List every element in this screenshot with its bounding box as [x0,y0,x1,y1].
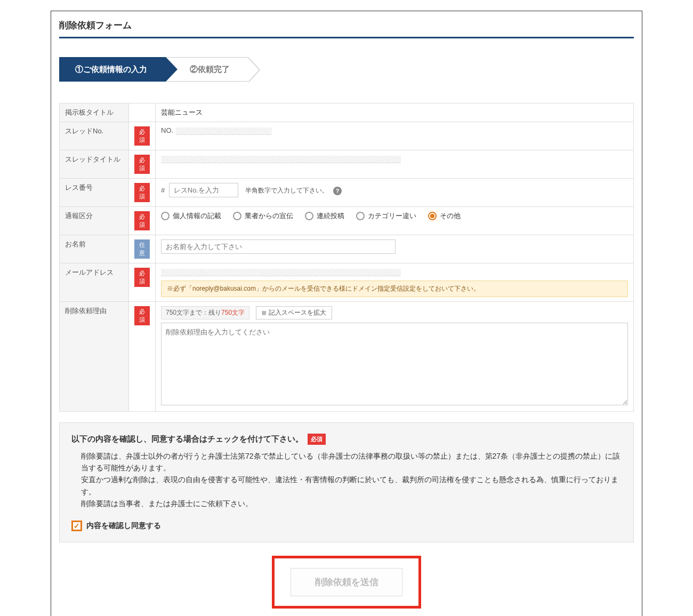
step-2-inactive: ②依頼完了 [166,57,248,82]
hash-prefix: # [161,186,165,194]
consent-check-text: 内容を確認し同意する [86,521,161,531]
required-badge: 必須 [134,211,150,230]
thread-title-label: スレッドタイトル [60,150,129,179]
res-no-label: レス番号 [60,179,129,207]
board-title-badge-cell [129,103,156,122]
required-badge: 必須 [134,183,150,202]
board-title-label: 掲示板タイトル [60,103,129,122]
step-indicator: ①ご依頼情報の入力 ②依頼完了 [59,57,634,82]
radio-label: 個人情報の記載 [173,211,221,221]
radio-label: その他 [440,211,461,221]
expand-textarea-button[interactable]: ⊞ 記入スペースを拡大 [256,306,332,319]
radio-icon [305,212,313,220]
expand-icon: ⊞ [262,310,266,316]
report-type-radio-group: 個人情報の記載業者からの宣伝連続投稿カテゴリー違いその他 [161,211,628,221]
res-no-hint: 半角数字で入力して下さい。 [245,187,328,194]
email-label: メールアドレス [60,263,129,302]
radio-label: カテゴリー違い [368,211,416,221]
name-input[interactable] [161,239,396,254]
consent-heading: 以下の内容を確認し、同意する場合はチェックを付けて下さい。 必須 [71,434,622,445]
consent-text: 削除要請は、弁護士以外の者が行うと弁護士法第72条で禁止している（非弁護士の法律… [71,450,622,510]
required-badge: 必須 [308,434,326,445]
required-badge: 必須 [134,126,150,146]
report-type-option[interactable]: その他 [428,211,461,221]
radio-label: 連続投稿 [317,211,344,221]
consent-checkbox-label[interactable]: 内容を確認し同意する [71,521,622,531]
report-type-option[interactable]: カテゴリー違い [356,211,416,221]
res-no-input[interactable] [169,183,238,197]
submit-area: 削除依頼を送信 [59,556,634,609]
radio-icon [356,212,365,220]
char-counter: 750文字まで：残り750文字 [161,306,249,319]
thread-no-value: NO. [156,122,634,150]
radio-label: 業者からの宣伝 [245,211,293,221]
page-title: 削除依頼フォーム [59,19,634,38]
help-icon[interactable]: ? [333,187,342,195]
optional-badge: 任意 [134,239,150,259]
reason-textarea[interactable] [161,323,628,405]
required-badge: 必須 [134,155,150,174]
name-label: お名前 [60,235,129,263]
submit-button[interactable]: 削除依頼を送信 [291,568,402,596]
thread-no-label: スレッドNo. [60,122,129,150]
no-prefix: NO. [161,126,173,134]
thread-title-redacted [161,156,401,163]
step-1-active: ①ご依頼情報の入力 [59,57,166,82]
form-container: 削除依頼フォーム ①ご依頼情報の入力 ②依頼完了 掲示板タイトル 芸能ニュース … [51,11,642,616]
thread-no-redacted [176,127,272,135]
radio-icon [428,212,437,220]
radio-icon [233,212,241,220]
form-table: 掲示板タイトル 芸能ニュース スレッドNo. 必須 NO. スレッドタイトル 必… [59,103,634,412]
report-type-option[interactable]: 個人情報の記載 [161,211,221,221]
report-type-label: 通報区分 [60,207,129,235]
radio-icon [161,212,170,220]
consent-box: 以下の内容を確認し、同意する場合はチェックを付けて下さい。 必須 削除要請は、弁… [59,422,634,542]
email-redacted [161,269,401,276]
reason-label: 削除依頼理由 [60,301,129,411]
thread-title-value [156,150,634,179]
board-title-value: 芸能ニュース [156,103,634,122]
required-badge: 必須 [134,268,150,287]
consent-checkbox[interactable] [71,521,82,531]
required-badge: 必須 [134,306,150,325]
report-type-option[interactable]: 業者からの宣伝 [233,211,293,221]
report-type-option[interactable]: 連続投稿 [305,211,344,221]
email-notice: ※必ず「noreply@bakusai.com」からのメールを受信できる様にドメ… [161,281,628,297]
submit-highlight-box: 削除依頼を送信 [272,556,421,609]
